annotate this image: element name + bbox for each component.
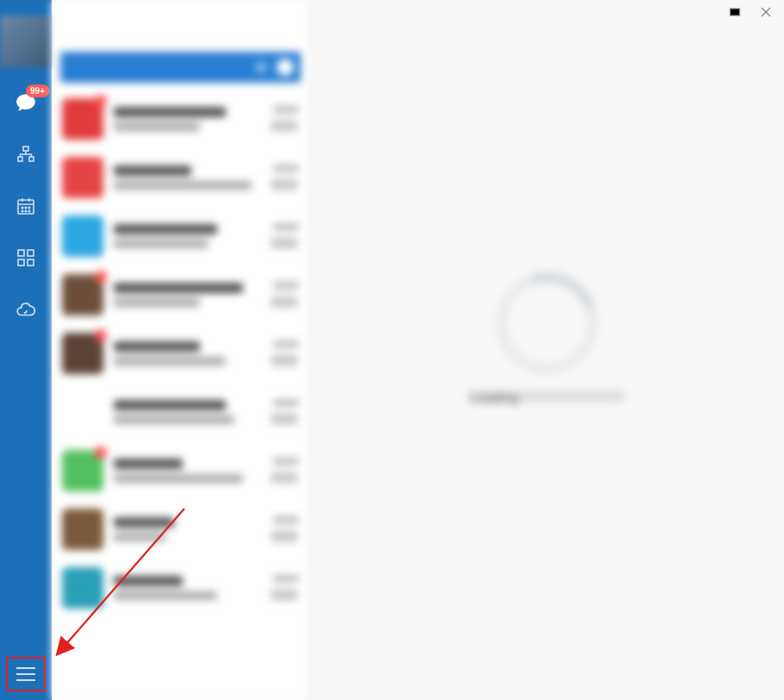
svg-rect-14 [731, 9, 740, 16]
chat-status [270, 237, 299, 249]
chat-status [270, 413, 299, 425]
chat-meta [270, 458, 299, 484]
unread-dot [95, 271, 107, 283]
svg-rect-2 [29, 157, 34, 161]
chat-texts [114, 517, 259, 541]
nav-org[interactable] [15, 143, 37, 166]
svg-point-6 [28, 207, 30, 209]
svg-rect-13 [28, 259, 34, 266]
chat-time [273, 575, 299, 582]
chat-avatar [62, 391, 103, 433]
chat-texts [114, 459, 259, 483]
chat-time [273, 516, 299, 523]
hamburger-menu-button[interactable] [6, 657, 46, 691]
chat-status [270, 472, 299, 484]
user-avatar[interactable] [0, 16, 52, 67]
chat-subtitle [114, 298, 200, 307]
chat-list-item[interactable] [52, 559, 309, 617]
chat-meta [270, 341, 299, 366]
chat-texts [114, 341, 259, 366]
unread-dot [95, 329, 107, 341]
chat-list-item[interactable] [52, 148, 309, 207]
chat-avatar [62, 567, 103, 609]
search-icon[interactable] [277, 59, 294, 76]
chat-time [273, 399, 299, 406]
svg-point-7 [22, 210, 23, 212]
chat-title [114, 576, 183, 586]
loading-label: Loading [470, 391, 625, 403]
chat-subtitle [114, 122, 200, 131]
chat-subtitle [114, 416, 234, 424]
search-bar[interactable] [60, 52, 301, 83]
chat-meta [270, 282, 299, 308]
chat-title [114, 517, 174, 528]
nav-calendar[interactable] [15, 195, 37, 217]
svg-point-8 [25, 210, 27, 212]
chat-title [114, 283, 243, 293]
chat-avatar [62, 333, 103, 374]
chat-time [273, 458, 299, 465]
chat-avatar [62, 450, 103, 491]
chat-time [273, 223, 299, 230]
chat-meta [270, 399, 299, 425]
chat-meta [270, 223, 299, 249]
chat-list-item[interactable] [52, 500, 309, 559]
chat-texts [114, 400, 259, 424]
chat-list-item[interactable] [52, 266, 309, 324]
unread-dot [95, 95, 107, 107]
unread-badge: 99+ [26, 84, 49, 97]
chat-time [273, 165, 299, 172]
hamburger-icon [16, 667, 35, 681]
chat-title [114, 400, 226, 410]
chat-time [273, 341, 299, 347]
chat-list-item[interactable] [52, 207, 309, 266]
chat-status [270, 530, 299, 542]
chat-title [114, 224, 217, 234]
window-titlebar [310, 0, 784, 24]
nav-icons: 99+ [15, 91, 37, 321]
chat-title [114, 107, 226, 117]
chat-title [114, 341, 200, 352]
svg-point-5 [25, 207, 27, 209]
nav-chat[interactable]: 99+ [15, 91, 37, 114]
chat-time [273, 106, 299, 113]
chat-list-item[interactable] [52, 441, 309, 500]
chat-subtitle [114, 240, 208, 248]
loading-placeholder: Loading [470, 272, 625, 403]
chat-list-item[interactable] [52, 90, 309, 148]
chat-title [114, 459, 183, 469]
chat-subtitle [114, 533, 165, 541]
svg-point-4 [22, 207, 23, 209]
chat-subtitle [114, 474, 243, 483]
chat-meta [270, 165, 299, 191]
chat-time [273, 282, 299, 289]
chat-list-item[interactable] [52, 324, 309, 383]
chat-status [270, 354, 299, 366]
spinner-icon [478, 254, 615, 391]
chat-subtitle [114, 357, 226, 366]
chat-status [270, 589, 299, 601]
chat-avatar [62, 157, 103, 198]
chat-texts [114, 224, 259, 248]
chat-texts [114, 576, 259, 600]
svg-point-9 [28, 210, 30, 212]
chat-status [270, 178, 299, 191]
nav-apps[interactable] [15, 247, 37, 269]
chat-meta [270, 516, 299, 542]
add-icon[interactable] [252, 59, 270, 76]
chat-avatar [62, 98, 103, 140]
chat-subtitle [114, 591, 217, 600]
chat-list-item[interactable] [52, 383, 309, 441]
chat-texts [114, 166, 259, 190]
chat-status [270, 120, 299, 132]
window-minimize-button[interactable] [729, 6, 741, 18]
chat-title [114, 166, 191, 176]
main-content: Loading [310, 0, 784, 700]
nav-cloud[interactable] [15, 298, 37, 321]
window-close-button[interactable] [760, 6, 772, 18]
chat-meta [270, 575, 299, 601]
svg-rect-1 [18, 157, 22, 161]
chat-meta [270, 106, 299, 132]
svg-rect-11 [28, 250, 34, 256]
svg-rect-10 [18, 250, 24, 256]
